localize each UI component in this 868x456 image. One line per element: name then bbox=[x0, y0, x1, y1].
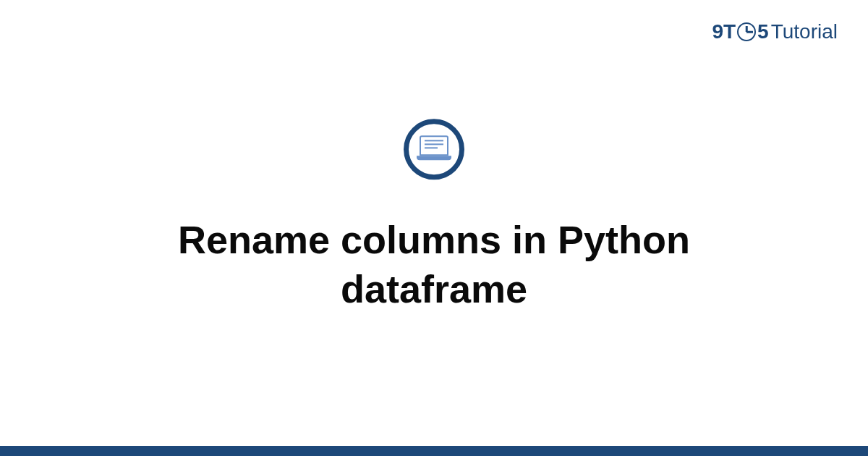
logo-text-tutorial: Tutorial bbox=[771, 20, 838, 43]
footer-bar bbox=[0, 446, 868, 456]
logo-text-5: 5 bbox=[757, 20, 769, 43]
laptop-icon-circle bbox=[404, 119, 464, 180]
site-logo: 9T 5 Tutorial bbox=[712, 20, 838, 43]
main-content: Rename columns in Python dataframe bbox=[0, 119, 868, 313]
laptop-icon bbox=[417, 135, 451, 163]
logo-text-9t: 9T bbox=[712, 20, 736, 43]
clock-icon bbox=[737, 22, 756, 41]
page-title: Rename columns in Python dataframe bbox=[0, 216, 868, 313]
